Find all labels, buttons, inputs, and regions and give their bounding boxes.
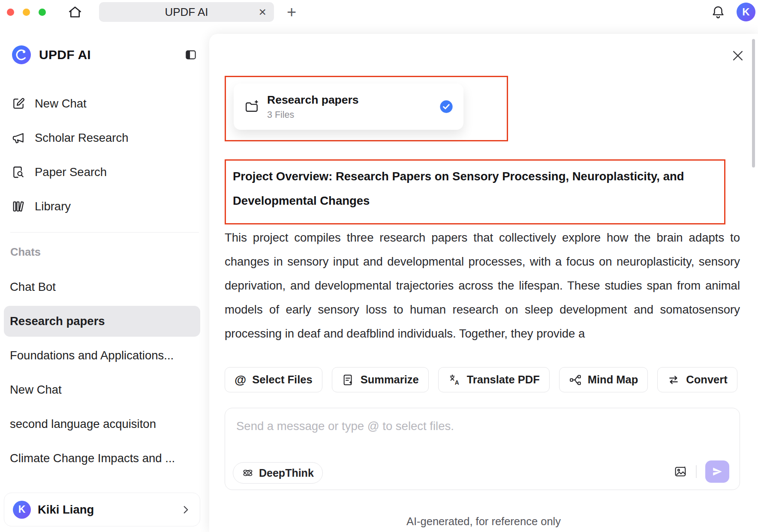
chip-label: Summarize — [361, 374, 419, 386]
chats-section-label: Chats — [10, 246, 41, 258]
deepthink-toggle[interactable]: DeepThink — [233, 462, 323, 484]
window-minimize-button[interactable] — [23, 9, 30, 16]
summarize-icon — [342, 374, 355, 386]
window-titlebar: UPDF AI × + K — [0, 0, 758, 24]
selected-check-icon — [439, 100, 453, 114]
chevron-right-icon — [180, 504, 191, 515]
chat-list: Chat Bot Research papers Foundations and… — [4, 272, 200, 477]
new-chat-icon — [12, 97, 25, 111]
chat-item-new-chat[interactable]: New Chat — [4, 374, 200, 405]
mind-map-button[interactable]: Mind Map — [559, 367, 648, 392]
tab-updf-ai[interactable]: UPDF AI × — [99, 2, 274, 22]
titlebar-right: K — [711, 3, 755, 21]
sidebar-divider — [10, 232, 199, 233]
send-button[interactable] — [705, 460, 729, 483]
sidebar-item-label: Library — [35, 200, 71, 213]
sidebar-collapse-icon[interactable] — [184, 48, 197, 61]
select-files-button[interactable]: @ Select Files — [225, 367, 322, 392]
megaphone-icon — [12, 131, 25, 145]
window-zoom-button[interactable] — [39, 9, 46, 16]
app-window: UPDF AI × + K — [0, 0, 758, 532]
message-input-box: DeepThink — [225, 408, 740, 490]
project-overview-heading: Project Overview: Research Papers on Sen… — [226, 161, 724, 223]
summarize-button[interactable]: Summarize — [332, 367, 429, 392]
message-input[interactable] — [236, 415, 728, 437]
annotation-highlight-heading: Project Overview: Research Papers on Sen… — [225, 159, 725, 224]
tab-close-icon[interactable]: × — [259, 6, 266, 18]
input-divider — [696, 465, 697, 478]
chat-item-second-language[interactable]: second language acquisiton — [4, 409, 200, 439]
sidebar-nav: New Chat Scholar Research Paper Searc — [12, 87, 201, 224]
convert-icon — [667, 374, 680, 386]
image-upload-icon[interactable] — [674, 465, 687, 478]
traffic-lights — [7, 9, 46, 16]
chat-item-climate-change[interactable]: Climate Change Impacts and ... — [4, 443, 200, 474]
file-card-title: Research papers — [267, 93, 359, 107]
chip-label: Convert — [686, 374, 727, 386]
tab-title: UPDF AI — [165, 6, 208, 19]
window-close-button[interactable] — [7, 9, 14, 16]
translate-pdf-button[interactable]: A Translate PDF — [438, 367, 550, 392]
sidebar-item-label: New Chat — [35, 97, 87, 111]
sidebar-item-label: Paper Search — [35, 165, 107, 179]
chip-label: Select Files — [252, 374, 312, 386]
sidebar: UPDF AI New Chat — [0, 24, 209, 532]
file-card-text: Research papers 3 Files — [267, 93, 359, 120]
library-books-icon — [12, 200, 25, 213]
ai-disclaimer: AI-generated, for reference only — [209, 515, 758, 528]
sidebar-item-library[interactable]: Library — [12, 189, 201, 224]
panel-close-icon[interactable] — [731, 48, 745, 63]
mind-map-icon — [569, 374, 582, 386]
chip-label: Translate PDF — [467, 374, 540, 386]
chat-panel: Research papers 3 Files Project Overview… — [209, 34, 758, 532]
action-chips-row: @ Select Files Summarize A — [225, 367, 737, 392]
folder-icon — [244, 99, 259, 114]
deepthink-label: DeepThink — [259, 467, 314, 479]
notifications-bell-icon[interactable] — [711, 5, 725, 19]
new-tab-button[interactable]: + — [287, 4, 296, 20]
annotation-highlight-file-card: Research papers 3 Files — [225, 76, 508, 141]
user-avatar: K — [13, 501, 31, 519]
sidebar-header: UPDF AI — [12, 45, 197, 65]
paper-search-icon — [12, 165, 25, 179]
at-icon: @ — [235, 373, 246, 387]
convert-button[interactable]: Convert — [657, 367, 737, 392]
chip-label: Mind Map — [588, 374, 638, 386]
chat-item-foundations[interactable]: Foundations and Applications... — [4, 340, 200, 371]
project-overview-paragraph: This project compiles three research pap… — [225, 226, 740, 346]
scrollbar-thumb[interactable] — [752, 39, 755, 167]
account-avatar[interactable]: K — [737, 3, 755, 21]
chat-item-chat-bot[interactable]: Chat Bot — [4, 272, 200, 302]
user-profile-card[interactable]: K Kiki Liang — [4, 493, 200, 526]
user-name: Kiki Liang — [38, 503, 94, 517]
chat-item-research-papers[interactable]: Research papers — [4, 306, 200, 337]
sidebar-item-new-chat[interactable]: New Chat — [12, 87, 201, 121]
atom-icon — [242, 467, 254, 479]
sidebar-item-scholar-research[interactable]: Scholar Research — [12, 121, 201, 155]
sidebar-item-paper-search[interactable]: Paper Search — [12, 155, 201, 189]
translate-icon: A — [448, 374, 461, 386]
svg-text:A: A — [454, 380, 459, 386]
selected-files-card[interactable]: Research papers 3 Files — [234, 84, 463, 130]
updf-ai-logo-icon — [12, 45, 31, 65]
input-right-controls — [674, 460, 729, 483]
app-title: UPDF AI — [39, 48, 91, 62]
file-card-subtitle: 3 Files — [267, 110, 359, 120]
sidebar-item-label: Scholar Research — [35, 131, 129, 145]
home-icon[interactable] — [67, 4, 83, 20]
